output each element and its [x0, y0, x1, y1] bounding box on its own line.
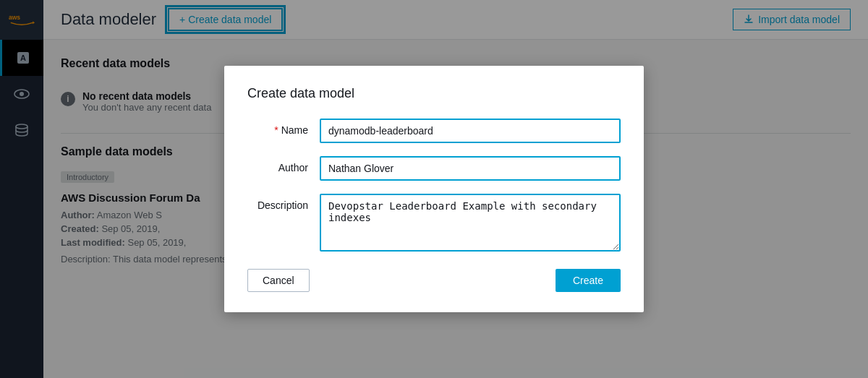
author-row: Author — [247, 156, 621, 181]
create-button[interactable]: Create — [556, 269, 621, 292]
description-row: Description Devopstar Leaderboard Exampl… — [247, 194, 621, 252]
modal-overlay: Create data model *Name Author Descripti… — [0, 0, 868, 378]
modal-title: Create data model — [247, 86, 621, 101]
required-star: * — [274, 124, 278, 136]
name-label: *Name — [247, 119, 320, 136]
modal-footer: Cancel Create — [247, 269, 621, 292]
author-input[interactable] — [320, 156, 621, 181]
name-input[interactable] — [320, 119, 621, 143]
author-label: Author — [247, 156, 320, 173]
cancel-button[interactable]: Cancel — [247, 269, 310, 292]
create-data-model-modal: Create data model *Name Author Descripti… — [224, 66, 644, 312]
name-row: *Name — [247, 119, 621, 143]
description-input[interactable]: Devopstar Leaderboard Example with secon… — [320, 194, 621, 252]
description-label: Description — [247, 194, 320, 211]
